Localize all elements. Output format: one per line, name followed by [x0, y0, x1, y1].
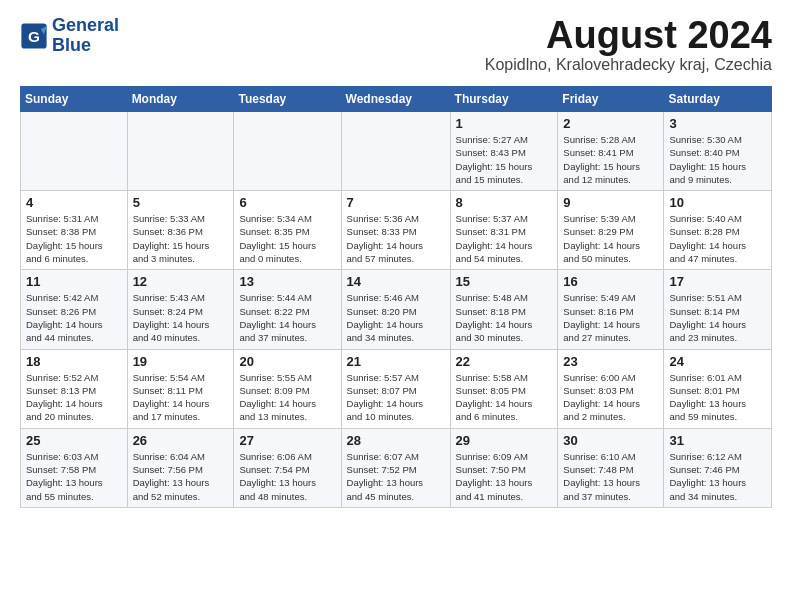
day-number: 27 — [239, 433, 335, 448]
day-detail: Sunrise: 5:49 AM Sunset: 8:16 PM Dayligh… — [563, 291, 658, 344]
calendar-cell — [127, 112, 234, 191]
calendar-cell: 13Sunrise: 5:44 AM Sunset: 8:22 PM Dayli… — [234, 270, 341, 349]
day-number: 8 — [456, 195, 553, 210]
day-detail: Sunrise: 5:28 AM Sunset: 8:41 PM Dayligh… — [563, 133, 658, 186]
day-number: 19 — [133, 354, 229, 369]
calendar-table: SundayMondayTuesdayWednesdayThursdayFrid… — [20, 86, 772, 508]
calendar-cell: 16Sunrise: 5:49 AM Sunset: 8:16 PM Dayli… — [558, 270, 664, 349]
day-number: 6 — [239, 195, 335, 210]
title-block: August 2024 Kopidlno, Kralovehradecky kr… — [485, 16, 772, 74]
page-header: G General Blue August 2024 Kopidlno, Kra… — [20, 16, 772, 74]
calendar-cell — [21, 112, 128, 191]
svg-text:G: G — [28, 27, 40, 44]
calendar-cell: 29Sunrise: 6:09 AM Sunset: 7:50 PM Dayli… — [450, 428, 558, 507]
weekday-header-saturday: Saturday — [664, 87, 772, 112]
calendar-cell: 25Sunrise: 6:03 AM Sunset: 7:58 PM Dayli… — [21, 428, 128, 507]
day-number: 25 — [26, 433, 122, 448]
day-number: 7 — [347, 195, 445, 210]
week-row-4: 18Sunrise: 5:52 AM Sunset: 8:13 PM Dayli… — [21, 349, 772, 428]
calendar-title: August 2024 — [485, 16, 772, 54]
weekday-header-thursday: Thursday — [450, 87, 558, 112]
day-number: 28 — [347, 433, 445, 448]
calendar-cell: 31Sunrise: 6:12 AM Sunset: 7:46 PM Dayli… — [664, 428, 772, 507]
calendar-body: 1Sunrise: 5:27 AM Sunset: 8:43 PM Daylig… — [21, 112, 772, 508]
day-detail: Sunrise: 5:54 AM Sunset: 8:11 PM Dayligh… — [133, 371, 229, 424]
header-row: SundayMondayTuesdayWednesdayThursdayFrid… — [21, 87, 772, 112]
day-detail: Sunrise: 5:27 AM Sunset: 8:43 PM Dayligh… — [456, 133, 553, 186]
day-detail: Sunrise: 5:39 AM Sunset: 8:29 PM Dayligh… — [563, 212, 658, 265]
week-row-2: 4Sunrise: 5:31 AM Sunset: 8:38 PM Daylig… — [21, 191, 772, 270]
calendar-cell: 15Sunrise: 5:48 AM Sunset: 8:18 PM Dayli… — [450, 270, 558, 349]
day-number: 11 — [26, 274, 122, 289]
calendar-cell: 9Sunrise: 5:39 AM Sunset: 8:29 PM Daylig… — [558, 191, 664, 270]
day-number: 1 — [456, 116, 553, 131]
day-number: 13 — [239, 274, 335, 289]
day-detail: Sunrise: 5:48 AM Sunset: 8:18 PM Dayligh… — [456, 291, 553, 344]
day-detail: Sunrise: 6:12 AM Sunset: 7:46 PM Dayligh… — [669, 450, 766, 503]
page-container: G General Blue August 2024 Kopidlno, Kra… — [0, 0, 792, 524]
day-detail: Sunrise: 6:04 AM Sunset: 7:56 PM Dayligh… — [133, 450, 229, 503]
day-detail: Sunrise: 5:44 AM Sunset: 8:22 PM Dayligh… — [239, 291, 335, 344]
day-number: 22 — [456, 354, 553, 369]
calendar-cell: 6Sunrise: 5:34 AM Sunset: 8:35 PM Daylig… — [234, 191, 341, 270]
day-number: 29 — [456, 433, 553, 448]
day-detail: Sunrise: 5:40 AM Sunset: 8:28 PM Dayligh… — [669, 212, 766, 265]
day-detail: Sunrise: 6:00 AM Sunset: 8:03 PM Dayligh… — [563, 371, 658, 424]
calendar-cell: 22Sunrise: 5:58 AM Sunset: 8:05 PM Dayli… — [450, 349, 558, 428]
calendar-cell: 12Sunrise: 5:43 AM Sunset: 8:24 PM Dayli… — [127, 270, 234, 349]
calendar-cell: 20Sunrise: 5:55 AM Sunset: 8:09 PM Dayli… — [234, 349, 341, 428]
calendar-cell: 19Sunrise: 5:54 AM Sunset: 8:11 PM Dayli… — [127, 349, 234, 428]
calendar-cell: 2Sunrise: 5:28 AM Sunset: 8:41 PM Daylig… — [558, 112, 664, 191]
day-number: 12 — [133, 274, 229, 289]
calendar-cell: 4Sunrise: 5:31 AM Sunset: 8:38 PM Daylig… — [21, 191, 128, 270]
day-detail: Sunrise: 5:57 AM Sunset: 8:07 PM Dayligh… — [347, 371, 445, 424]
day-detail: Sunrise: 5:46 AM Sunset: 8:20 PM Dayligh… — [347, 291, 445, 344]
day-detail: Sunrise: 6:10 AM Sunset: 7:48 PM Dayligh… — [563, 450, 658, 503]
day-number: 17 — [669, 274, 766, 289]
weekday-header-monday: Monday — [127, 87, 234, 112]
calendar-cell — [234, 112, 341, 191]
day-number: 15 — [456, 274, 553, 289]
day-detail: Sunrise: 6:01 AM Sunset: 8:01 PM Dayligh… — [669, 371, 766, 424]
day-detail: Sunrise: 6:09 AM Sunset: 7:50 PM Dayligh… — [456, 450, 553, 503]
calendar-cell: 5Sunrise: 5:33 AM Sunset: 8:36 PM Daylig… — [127, 191, 234, 270]
calendar-cell: 23Sunrise: 6:00 AM Sunset: 8:03 PM Dayli… — [558, 349, 664, 428]
logo-line2: Blue — [52, 36, 119, 56]
calendar-header: SundayMondayTuesdayWednesdayThursdayFrid… — [21, 87, 772, 112]
day-number: 16 — [563, 274, 658, 289]
calendar-cell: 30Sunrise: 6:10 AM Sunset: 7:48 PM Dayli… — [558, 428, 664, 507]
day-number: 5 — [133, 195, 229, 210]
day-number: 20 — [239, 354, 335, 369]
calendar-cell — [341, 112, 450, 191]
weekday-header-wednesday: Wednesday — [341, 87, 450, 112]
week-row-1: 1Sunrise: 5:27 AM Sunset: 8:43 PM Daylig… — [21, 112, 772, 191]
day-detail: Sunrise: 5:30 AM Sunset: 8:40 PM Dayligh… — [669, 133, 766, 186]
week-row-3: 11Sunrise: 5:42 AM Sunset: 8:26 PM Dayli… — [21, 270, 772, 349]
day-detail: Sunrise: 5:37 AM Sunset: 8:31 PM Dayligh… — [456, 212, 553, 265]
day-detail: Sunrise: 5:52 AM Sunset: 8:13 PM Dayligh… — [26, 371, 122, 424]
calendar-cell: 7Sunrise: 5:36 AM Sunset: 8:33 PM Daylig… — [341, 191, 450, 270]
day-number: 18 — [26, 354, 122, 369]
day-number: 14 — [347, 274, 445, 289]
calendar-cell: 3Sunrise: 5:30 AM Sunset: 8:40 PM Daylig… — [664, 112, 772, 191]
calendar-cell: 10Sunrise: 5:40 AM Sunset: 8:28 PM Dayli… — [664, 191, 772, 270]
logo-line1: General — [52, 16, 119, 36]
weekday-header-tuesday: Tuesday — [234, 87, 341, 112]
day-detail: Sunrise: 5:34 AM Sunset: 8:35 PM Dayligh… — [239, 212, 335, 265]
day-detail: Sunrise: 5:58 AM Sunset: 8:05 PM Dayligh… — [456, 371, 553, 424]
day-number: 26 — [133, 433, 229, 448]
calendar-cell: 24Sunrise: 6:01 AM Sunset: 8:01 PM Dayli… — [664, 349, 772, 428]
calendar-subtitle: Kopidlno, Kralovehradecky kraj, Czechia — [485, 56, 772, 74]
calendar-cell: 26Sunrise: 6:04 AM Sunset: 7:56 PM Dayli… — [127, 428, 234, 507]
calendar-cell: 11Sunrise: 5:42 AM Sunset: 8:26 PM Dayli… — [21, 270, 128, 349]
day-detail: Sunrise: 5:55 AM Sunset: 8:09 PM Dayligh… — [239, 371, 335, 424]
calendar-cell: 14Sunrise: 5:46 AM Sunset: 8:20 PM Dayli… — [341, 270, 450, 349]
week-row-5: 25Sunrise: 6:03 AM Sunset: 7:58 PM Dayli… — [21, 428, 772, 507]
day-detail: Sunrise: 6:07 AM Sunset: 7:52 PM Dayligh… — [347, 450, 445, 503]
calendar-cell: 17Sunrise: 5:51 AM Sunset: 8:14 PM Dayli… — [664, 270, 772, 349]
day-detail: Sunrise: 5:36 AM Sunset: 8:33 PM Dayligh… — [347, 212, 445, 265]
day-number: 24 — [669, 354, 766, 369]
day-number: 31 — [669, 433, 766, 448]
day-number: 30 — [563, 433, 658, 448]
logo-icon: G — [20, 22, 48, 50]
